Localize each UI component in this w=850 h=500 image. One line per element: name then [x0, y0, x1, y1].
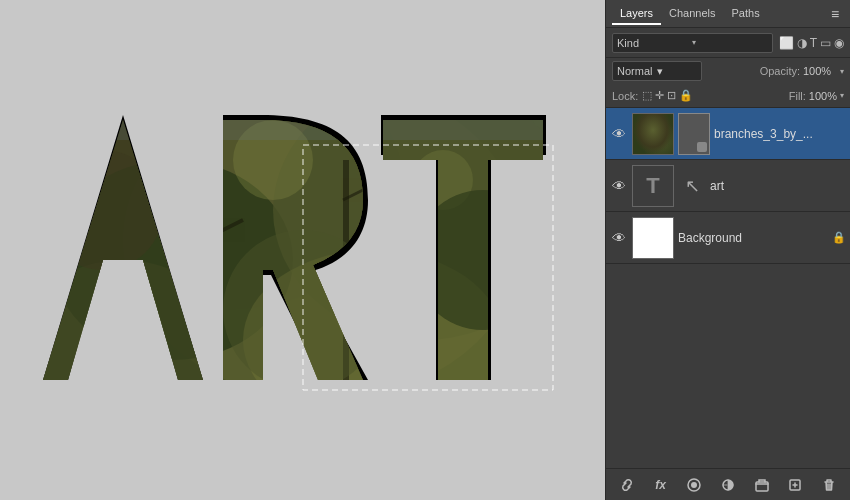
lock-artboard-icon[interactable]: ⊡ — [667, 89, 676, 102]
opacity-arrow: ▾ — [840, 67, 844, 76]
layer-item-art[interactable]: 👁 T ↖ art — [606, 160, 850, 212]
new-layer-button[interactable] — [784, 474, 806, 496]
layer-info-branches: branches_3_by_... — [714, 127, 846, 141]
svg-rect-19 — [203, 210, 211, 410]
blend-mode-dropdown[interactable]: Normal ▾ — [612, 61, 702, 81]
layer-visibility-art[interactable]: 👁 — [610, 177, 628, 195]
eye-icon-branches: 👁 — [612, 126, 626, 142]
fill-arrow: ▾ — [840, 91, 844, 100]
type-filter-icon[interactable]: T — [810, 36, 817, 50]
adjustment-button[interactable] — [717, 474, 739, 496]
kind-icons: ⬜ ◑ T ▭ ◉ — [779, 36, 844, 50]
layers-list: 👁 branches_3_by_... 👁 T ↖ — [606, 108, 850, 468]
lock-label: Lock: — [612, 90, 638, 102]
layer-name-art: art — [710, 179, 846, 193]
kind-label: Kind — [617, 37, 692, 49]
lock-pixels-icon[interactable]: ⬚ — [642, 89, 652, 102]
tab-layers[interactable]: Layers — [612, 3, 661, 25]
svg-point-15 — [23, 260, 223, 420]
fill-value[interactable]: 100% — [809, 90, 837, 102]
tab-paths[interactable]: Paths — [724, 3, 768, 25]
blend-row: Normal ▾ Opacity: 100% ▾ — [606, 58, 850, 84]
eye-icon-background: 👁 — [612, 230, 626, 246]
kind-dropdown-arrow: ▾ — [692, 38, 767, 47]
background-lock-icon: 🔒 — [832, 231, 846, 244]
panel-toolbar: fx — [606, 468, 850, 500]
link-layers-button[interactable] — [616, 474, 638, 496]
panel-tabs: Layers Channels Paths ≡ — [606, 0, 850, 28]
lock-icons: ⬚ ✛ ⊡ 🔒 — [642, 89, 693, 102]
shape-filter-icon[interactable]: ▭ — [820, 36, 831, 50]
svg-point-24 — [413, 190, 553, 330]
cursor-icon: ↖ — [678, 165, 706, 207]
layer-info-art: art — [710, 179, 846, 193]
adjustment-filter-icon[interactable]: ◑ — [797, 36, 807, 50]
layer-item-background[interactable]: 👁 Background 🔒 — [606, 212, 850, 264]
svg-point-23 — [43, 150, 163, 270]
add-mask-button[interactable] — [683, 474, 705, 496]
panel-menu-button[interactable]: ≡ — [826, 5, 844, 23]
fill-row: Fill: 100% ▾ — [789, 90, 844, 102]
opacity-label: Opacity: — [760, 65, 800, 77]
lock-position-icon[interactable]: ✛ — [655, 89, 664, 102]
art-canvas — [23, 60, 583, 440]
layer-name-branches: branches_3_by_... — [714, 127, 846, 141]
layer-item-branches[interactable]: 👁 branches_3_by_... — [606, 108, 850, 160]
eye-icon-art: 👁 — [612, 178, 626, 194]
kind-row: Kind ▾ ⬜ ◑ T ▭ ◉ — [606, 28, 850, 58]
svg-point-29 — [691, 482, 697, 488]
layer-name-background: Background — [678, 231, 828, 245]
layer-thumb-art: T — [632, 165, 674, 207]
fx-button[interactable]: fx — [650, 474, 672, 496]
fill-label: Fill: — [789, 90, 806, 102]
opacity-row: Opacity: 100% ▾ — [760, 65, 844, 77]
opacity-value[interactable]: 100% — [803, 65, 837, 77]
blend-dropdown-arrow: ▾ — [657, 65, 697, 78]
smartobject-filter-icon[interactable]: ◉ — [834, 36, 844, 50]
lock-all-icon[interactable]: 🔒 — [679, 89, 693, 102]
layers-panel: Layers Channels Paths ≡ Kind ▾ ⬜ ◑ T ▭ ◉… — [605, 0, 850, 500]
kind-dropdown[interactable]: Kind ▾ — [612, 33, 773, 53]
layer-thumb-background — [632, 217, 674, 259]
delete-layer-button[interactable] — [818, 474, 840, 496]
layer-mask-thumb-branches — [678, 113, 710, 155]
layer-visibility-background[interactable]: 👁 — [610, 229, 628, 247]
new-group-button[interactable] — [751, 474, 773, 496]
layer-info-background: Background — [678, 231, 828, 245]
blend-mode-label: Normal — [617, 65, 657, 77]
lock-row: Lock: ⬚ ✛ ⊡ 🔒 Fill: 100% ▾ — [606, 84, 850, 108]
tab-channels[interactable]: Channels — [661, 3, 723, 25]
canvas-area — [0, 0, 605, 500]
pixel-filter-icon[interactable]: ⬜ — [779, 36, 794, 50]
layer-thumb-branches — [632, 113, 674, 155]
svg-rect-26 — [23, 60, 583, 140]
layer-visibility-branches[interactable]: 👁 — [610, 125, 628, 143]
